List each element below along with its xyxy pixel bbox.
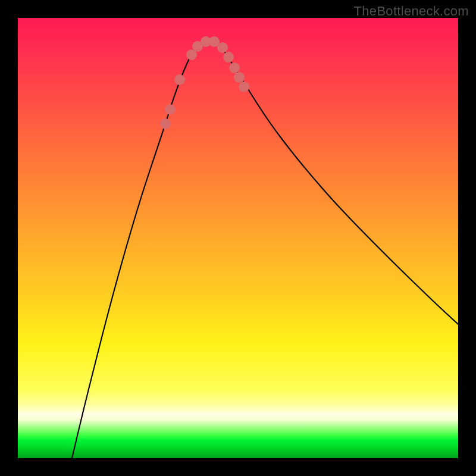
curves-svg <box>18 18 458 458</box>
curve-right <box>220 45 458 324</box>
valley-dot <box>160 118 171 129</box>
valley-dot <box>239 82 249 92</box>
valley-dot <box>165 104 176 115</box>
chart-frame: TheBottleneck.com <box>0 0 476 476</box>
valley-dots <box>160 36 249 129</box>
valley-dot <box>217 42 228 53</box>
curve-left <box>72 45 196 458</box>
valley-dot <box>174 74 185 85</box>
watermark-text: TheBottleneck.com <box>354 4 469 19</box>
valley-dot <box>234 72 245 83</box>
plot-area <box>18 18 458 458</box>
valley-dot <box>223 52 234 62</box>
valley-dot <box>229 62 240 73</box>
